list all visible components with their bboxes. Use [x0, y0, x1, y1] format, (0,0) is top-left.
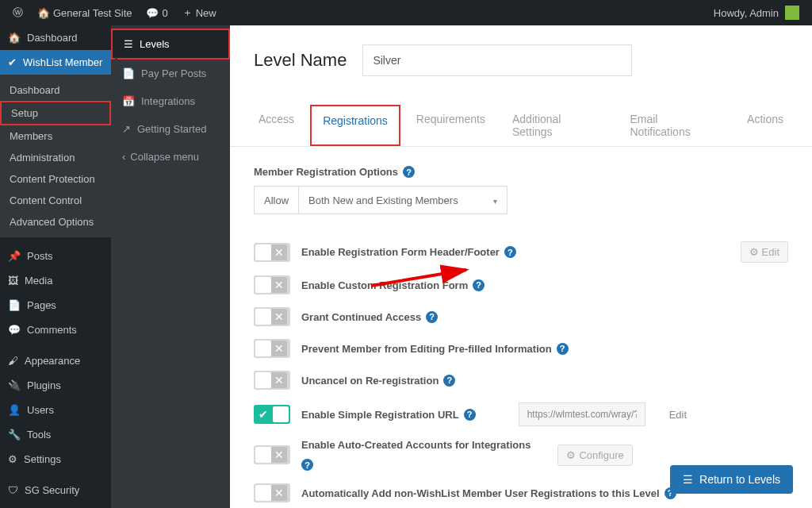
submenu2-levels[interactable]: ☰ Levels: [111, 29, 230, 60]
admin-sidebar: 🏠 Dashboard ✔ WishList Member Dashboard …: [0, 25, 111, 508]
help-icon[interactable]: ?: [301, 459, 313, 471]
sidebar-settings[interactable]: ⚙ Settings: [0, 447, 111, 471]
configure-button: Configure: [557, 444, 632, 466]
toggle-custom-form[interactable]: ✕: [254, 275, 290, 294]
wp-logo[interactable]: ⓦ: [6, 0, 29, 25]
tab-additional-settings[interactable]: Additional Settings: [501, 105, 614, 146]
submenu-content-protection[interactable]: Content Protection: [0, 168, 111, 190]
help-icon[interactable]: ?: [443, 375, 455, 387]
tab-email-notifications[interactable]: Email Notifications: [619, 105, 731, 146]
toggle-auto-accounts[interactable]: ✕: [254, 445, 290, 464]
site-name: General Test Site: [53, 7, 132, 19]
help-icon[interactable]: ?: [464, 409, 476, 421]
page-title: Level Name: [254, 50, 347, 71]
wishlist-submenu: ☰ Levels 📄 Pay Per Posts 📅 Integrations …: [111, 25, 230, 508]
help-icon[interactable]: ?: [403, 166, 415, 178]
tab-actions[interactable]: Actions: [736, 105, 795, 146]
submenu-dashboard[interactable]: Dashboard: [0, 79, 111, 101]
avatar[interactable]: [785, 6, 799, 20]
return-to-levels-button[interactable]: ☰ Return to Levels: [670, 465, 793, 494]
submenu2-payperposts[interactable]: 📄 Pay Per Posts: [111, 60, 230, 87]
toggle-header-footer[interactable]: ✕: [254, 243, 290, 262]
sidebar-appearance[interactable]: 🖌 Appearance: [0, 348, 111, 373]
sidebar-posts[interactable]: 📌 Posts: [0, 244, 111, 268]
comments-link[interactable]: 💬 0: [140, 0, 174, 25]
tabs-row: Access Registrations Requirements Additi…: [230, 105, 812, 147]
simple-url-input[interactable]: [519, 402, 645, 426]
sidebar-pages[interactable]: 📄 Pages: [0, 293, 111, 318]
submenu-members[interactable]: Members: [0, 125, 111, 147]
tab-registrations[interactable]: Registrations: [310, 105, 400, 146]
sidebar-comments[interactable]: 💬 Comments: [0, 318, 111, 342]
help-icon[interactable]: ?: [557, 343, 569, 355]
edit-button-hf: Edit: [741, 241, 788, 263]
toggle-simple-url[interactable]: ✔: [254, 405, 290, 424]
level-name-input[interactable]: [362, 44, 632, 76]
help-icon[interactable]: ?: [426, 311, 438, 323]
allow-dropdown[interactable]: Allow Both New and Existing Members: [254, 186, 508, 214]
main-content: Level Name Access Registrations Requirem…: [230, 25, 812, 508]
howdy-text[interactable]: Howdy, Admin: [714, 7, 779, 19]
submenu2-integrations[interactable]: 📅 Integrations: [111, 87, 230, 115]
sidebar-plugins[interactable]: 🔌 Plugins: [0, 373, 111, 398]
toggle-uncancel[interactable]: ✕: [254, 371, 290, 390]
sidebar-media[interactable]: 🖼 Media: [0, 268, 111, 293]
sidebar-dashboard[interactable]: 🏠 Dashboard: [0, 25, 111, 50]
admin-topbar: ⓦ 🏠 General Test Site 💬 0 ＋ New Howdy, A…: [0, 0, 812, 25]
sidebar-tools[interactable]: 🔧 Tools: [0, 422, 111, 447]
submenu-setup[interactable]: Setup: [0, 101, 111, 125]
sidebar-wishlist-submenu: Dashboard Setup Members Administration C…: [0, 75, 111, 237]
submenu2-collapse[interactable]: ‹ Collapse menu: [111, 143, 230, 171]
gear-icon: [566, 449, 576, 461]
section-title: Member Registration Options ?: [254, 166, 788, 178]
sidebar-wishlist[interactable]: ✔ WishList Member: [0, 50, 111, 75]
toggle-auto-add[interactable]: ✕: [254, 483, 290, 502]
new-link[interactable]: ＋ New: [176, 0, 223, 25]
sidebar-collapse[interactable]: ◀ Collapse menu: [0, 502, 111, 508]
chevron-down-icon: [493, 194, 497, 206]
toggle-prevent-edit[interactable]: ✕: [254, 339, 290, 358]
help-icon[interactable]: ?: [473, 279, 485, 291]
submenu-content-control[interactable]: Content Control: [0, 190, 111, 211]
submenu-advanced-options[interactable]: Advanced Options: [0, 211, 111, 233]
sidebar-users[interactable]: 👤 Users: [0, 398, 111, 422]
tab-access[interactable]: Access: [247, 105, 305, 146]
url-edit-link[interactable]: Edit: [669, 409, 687, 421]
tab-requirements[interactable]: Requirements: [405, 105, 496, 146]
gear-icon: [749, 246, 759, 258]
list-icon: ☰: [683, 473, 693, 486]
submenu2-getting-started[interactable]: ↗ Getting Started: [111, 115, 230, 143]
help-icon[interactable]: ?: [504, 246, 516, 258]
sidebar-sg-security[interactable]: 🛡 SG Security: [0, 478, 111, 502]
toggle-continued-access[interactable]: ✕: [254, 307, 290, 326]
submenu-administration[interactable]: Administration: [0, 147, 111, 168]
site-link[interactable]: 🏠 General Test Site: [31, 0, 138, 25]
